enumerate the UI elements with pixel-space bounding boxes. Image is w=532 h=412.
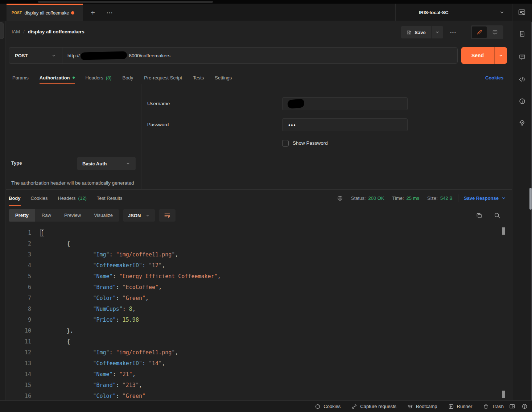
lightbulb-icon[interactable] [518,119,526,127]
line-number: 16 [6,391,31,401]
code-line: 10 }, [6,325,508,336]
line-number: 5 [6,271,31,282]
bootcamp-button[interactable]: Bootcamp [407,404,437,409]
tab-settings[interactable]: Settings [215,71,232,84]
line-number: 13 [6,358,31,369]
response-tab-cookies[interactable]: Cookies [31,190,48,206]
capture-requests-button[interactable]: Capture requests [351,404,396,409]
chevron-down-icon[interactable] [501,195,506,201]
code-scroll-mark[interactable] [502,227,505,235]
headers-count: (8) [106,75,112,81]
documentation-icon[interactable] [518,30,526,38]
response-tab-body[interactable]: Body [9,190,21,206]
auth-type-value: Basic Auth [82,161,107,166]
url-prefix: http:// [67,53,80,58]
url-bar: POST http:// :8000/coffeemakers [9,47,458,64]
search-response-button[interactable] [492,211,502,220]
scrollbar-track [531,22,532,400]
auth-type-select[interactable]: Basic Auth [77,157,136,170]
tab-tests[interactable]: Tests [193,71,204,84]
time-label: Time: [392,195,404,201]
password-input[interactable]: ••• [282,118,408,131]
chevron-down-icon [435,30,440,35]
runner-play-icon [448,404,454,409]
format-selector[interactable]: JSON [123,209,155,222]
divider [458,194,458,202]
view-pretty[interactable]: Pretty [9,209,35,222]
new-tab-button[interactable]: + [88,8,98,17]
footer-statusbar: Cookies Capture requests Bootcamp Runner… [0,400,532,412]
view-raw[interactable]: Raw [35,209,58,222]
code-line: 8 "NumCups": 8, [6,304,508,314]
code-line: 2 { [6,238,508,249]
url-input[interactable]: http:// :8000/coffeemakers [62,48,170,63]
comments-button[interactable] [487,26,502,38]
line-number: 11 [6,336,31,347]
response-meta: Status: 200 OK Time: 25 ms Size: 542 B S… [337,190,506,206]
panel-toggle-icon[interactable] [509,403,515,409]
send-button[interactable]: Send [461,47,494,64]
tab-prerequest[interactable]: Pre-request Script [144,71,182,84]
username-redaction [287,99,305,109]
runner-button[interactable]: Runner [448,404,473,409]
wrap-lines-button[interactable] [159,209,176,222]
edit-mode-button[interactable] [472,26,487,38]
window-titlebar [0,0,532,4]
tab-method-badge: POST [12,11,22,15]
chevron-down-icon [51,53,56,58]
info-icon[interactable] [518,97,526,105]
copy-response-button[interactable] [474,211,484,220]
scrollbar-thumb[interactable] [529,188,532,210]
code-icon[interactable] [518,75,526,83]
environment-quick-look-icon[interactable] [518,8,526,16]
help-icon[interactable] [521,403,528,409]
response-tab-headers[interactable]: Headers (12) [58,190,86,206]
wrap-text-icon [164,212,170,219]
tab-headers[interactable]: Headers (8) [86,71,112,84]
method-selector[interactable]: POST [9,48,62,63]
format-value: JSON [128,213,141,218]
response-body-viewer[interactable]: 1[2 {3 "Img": "img/coffee11.png",4 "Coff… [6,225,508,401]
globe-icon[interactable] [337,195,343,201]
cookies-link[interactable]: Cookies [485,71,504,84]
response-tab-test-results[interactable]: Test Results [97,190,123,206]
environment-selector[interactable]: IRIS-local-SC [419,4,449,21]
code-scroll-mark[interactable] [502,391,505,398]
save-response-button[interactable]: Save Response [464,195,499,201]
breadcrumb-collection[interactable]: IAM [12,29,20,34]
username-input[interactable] [282,97,408,110]
sidebar-handle[interactable] [0,22,4,39]
trash-button[interactable]: Trash [483,404,504,409]
method-value: POST [15,53,28,58]
time-value: 25 ms [407,195,419,201]
tab-title: display all coffeemake [24,11,69,16]
code-line: 9 "Price": 15.98 [6,314,508,325]
divider [395,4,396,21]
line-number: 4 [6,260,31,271]
request-tab[interactable]: POST display all coffeemake [7,4,83,21]
chevron-down-icon [145,213,150,218]
comments-icon[interactable] [518,53,526,61]
copy-icon [476,212,482,219]
cookies-manager-button[interactable]: Cookies [315,404,341,409]
tab-params[interactable]: Params [12,71,29,84]
send-options-button[interactable] [494,47,507,64]
auth-set-dot-icon [73,77,75,79]
line-number: 15 [6,380,31,391]
chevron-down-icon[interactable] [499,9,505,15]
graduation-cap-icon [407,404,413,409]
indent-guide [42,240,42,400]
capture-antenna-icon [351,404,357,409]
request-tab-strip: POST display all coffeemake + ••• IRIS-l… [0,4,532,21]
username-label: Username [147,97,170,110]
view-visualize[interactable]: Visualize [87,209,119,222]
save-options-button[interactable] [432,26,443,38]
save-button[interactable]: Save [401,26,431,38]
tab-body[interactable]: Body [123,71,133,84]
line-number: 7 [6,293,31,304]
view-preview[interactable]: Preview [58,209,87,222]
show-password-checkbox[interactable] [282,140,289,147]
tab-options-icon[interactable]: ••• [104,8,115,17]
tab-authorization[interactable]: Authorization [40,71,75,84]
request-more-actions-icon[interactable]: ••• [447,26,460,38]
